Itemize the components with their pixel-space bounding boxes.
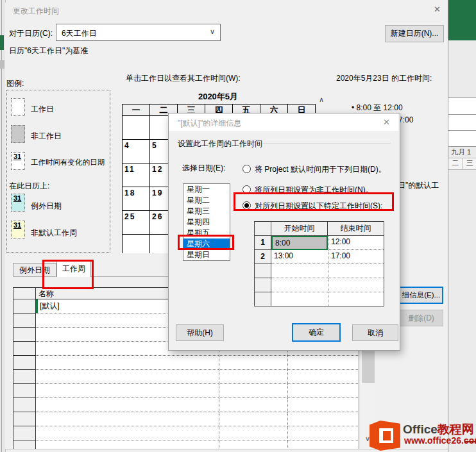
week-table-row[interactable] — [13, 412, 359, 426]
legend-title: 图例: — [6, 78, 24, 89]
for-calendar-label: 对于日历(C): — [9, 28, 53, 39]
calendar-day-cell[interactable] — [123, 116, 150, 140]
details-dialog-titlebar[interactable]: "[默认]"的详细信息 ✕ — [169, 113, 398, 131]
cancel-button[interactable]: 取消 — [352, 324, 398, 341]
bg-timescale-month: 九月 1 — [451, 147, 471, 157]
calendar-combobox[interactable]: 6天工作日 ∨ — [56, 24, 221, 41]
end-time-header: 结束时间 — [328, 222, 384, 236]
start-time-cell-selected[interactable]: 8:00 — [271, 236, 328, 250]
worktime-line1: • 8:00 至 12:00 — [352, 103, 403, 113]
bg-table-rows — [448, 97, 476, 147]
calendar-month-title: 2020年5月 — [160, 91, 276, 103]
end-time-cell[interactable]: 12:00 — [328, 236, 384, 250]
group-divider — [262, 143, 391, 144]
default-details-dialog: "[默认]"的详细信息 ✕ 设置此工作周的工作时间 选择日期(E): 将 Pro… — [168, 113, 400, 351]
select-days-label: 选择日期(E): — [182, 163, 225, 174]
week-table-row[interactable] — [13, 440, 359, 449]
calendar-instruction: 单击工作日以查看其工作时间(W): — [126, 73, 241, 84]
annotation-box-saturday-item — [178, 235, 234, 250]
day-item-monday[interactable]: 星期一 — [183, 184, 230, 195]
delete-button: 删除(D) — [399, 310, 443, 326]
watermark-underline — [465, 441, 476, 442]
annotation-box-work-week-tab — [42, 260, 94, 289]
calendar-combobox-value: 6天工作日 — [62, 28, 97, 39]
row-num: 1 — [255, 236, 271, 250]
start-time-cell[interactable]: 13:00 — [271, 250, 328, 264]
start-time-header: 开始时间 — [271, 222, 328, 236]
row-num: 2 — [255, 250, 271, 264]
calendar-day-cell[interactable]: 25 — [123, 211, 150, 235]
legend-swatch-nonworking — [11, 125, 25, 143]
legend-swatch-nondefault-week: 31 — [11, 221, 25, 239]
day-item-thursday[interactable]: 星期四 — [183, 217, 230, 228]
day-item-sunday[interactable]: 星期日 — [183, 249, 230, 260]
office-logo-icon — [370, 421, 400, 451]
legend-label-edited: 工作时间有变化的日期 — [31, 158, 105, 167]
close-icon[interactable]: ✕ — [383, 117, 390, 127]
on-this-calendar-label: 在此日历上: — [9, 181, 49, 192]
calendar-scroll-up-icon[interactable]: ∧ — [319, 96, 324, 104]
calendar-day-cell[interactable]: 18 — [123, 187, 150, 211]
legend-label-nondefault-week: 非默认工作周 — [31, 228, 77, 239]
bg-app-green-block — [448, 0, 476, 40]
close-icon[interactable]: ✕ — [434, 4, 441, 14]
legend-swatch-working — [11, 98, 25, 116]
new-calendar-button[interactable]: 新建日历(N)... — [385, 25, 444, 42]
week-table-row[interactable] — [13, 370, 359, 384]
week-table-corner — [13, 288, 36, 299]
base-week-text-fragment: 日"的默认工 — [398, 180, 439, 191]
time-table-corner — [255, 222, 271, 236]
calendar-day-cell[interactable] — [123, 235, 150, 253]
details-dialog-title: "[默认]"的详细信息 — [178, 118, 241, 129]
annotation-box-specific-times-radio — [234, 192, 394, 211]
radio-use-default-label[interactable]: 将 Project 默认时间用于下列日期(D)。 — [255, 164, 386, 175]
watermark-brand-cn: 教程网 — [438, 423, 474, 436]
worktime-panel-title: 2020年5月23日 的工作时间: — [336, 73, 432, 84]
ok-button[interactable]: 确定 — [292, 323, 341, 342]
legend-swatch-edited: 31 — [11, 152, 25, 170]
bg-right-strip: 九月 1 二 三 — [448, 0, 476, 452]
end-time-cell[interactable]: 17:00 — [328, 250, 384, 264]
watermark-brand-word: Office — [403, 423, 438, 436]
legend-label-working: 工作日 — [31, 104, 54, 115]
calendar-day-cell[interactable]: 11 — [123, 163, 150, 187]
day-item-wednesday[interactable]: 星期三 — [183, 206, 230, 217]
week-table-row[interactable] — [13, 356, 359, 370]
bg-left-green-fragment — [0, 35, 4, 50]
row-selector[interactable] — [13, 299, 36, 314]
weekday-header: 一 — [123, 105, 150, 116]
week-table-row[interactable] — [13, 426, 359, 440]
watermark: Office教程网 www.office26.com — [366, 418, 476, 452]
worktime-line2-fragment: 7:00 — [398, 115, 413, 124]
work-time-table[interactable]: 开始时间 结束时间 1 8:00 12:00 2 13:00 17:00 — [254, 221, 384, 306]
help-button[interactable]: 帮助(H) — [176, 324, 224, 341]
week-table-row[interactable] — [13, 398, 359, 412]
legend-label-nonworking: 非工作日 — [31, 131, 62, 142]
bg-left-text-fragment — [0, 60, 4, 69]
chevron-down-icon[interactable]: ∨ — [210, 28, 215, 36]
day-item-tuesday[interactable]: 星期二 — [183, 195, 230, 206]
week-table-row[interactable] — [13, 384, 359, 398]
bg-timescale-days: 二 三 — [448, 158, 476, 170]
details-button[interactable]: 细信息(E)... — [399, 287, 443, 304]
legend-swatch-exception: 31 — [11, 194, 25, 212]
calendar-day-cell[interactable]: 4 — [123, 140, 150, 163]
legend-label-exception: 例外日期 — [31, 201, 62, 212]
base-calendar-note: 日历"6天工作日"为基准 — [9, 46, 88, 56]
radio-use-default-times[interactable] — [242, 165, 251, 173]
watermark-url: www.office26.com — [404, 435, 476, 446]
group-label: 设置此工作周的工作时间 — [178, 138, 262, 149]
dialog-title: 更改工作时间 — [13, 6, 59, 17]
